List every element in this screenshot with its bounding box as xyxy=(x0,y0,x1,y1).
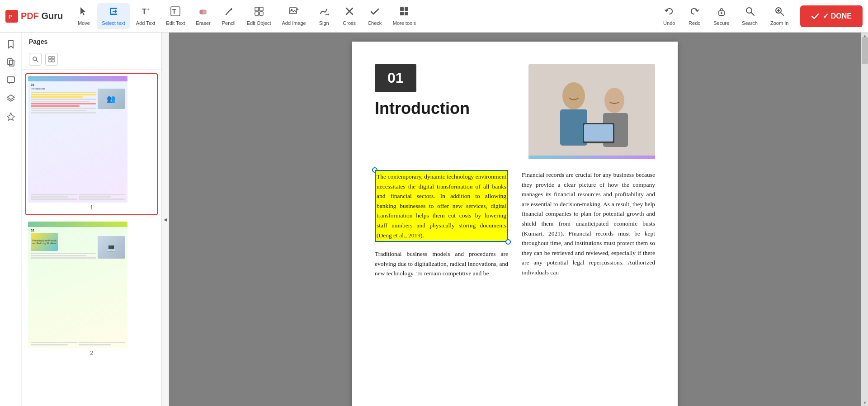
svg-text:T: T xyxy=(142,8,146,15)
selected-text-container: The contemporary, dynamic technology env… xyxy=(375,170,508,242)
content-columns: The contemporary, dynamic technology env… xyxy=(375,170,655,279)
undo-button[interactable]: Undo xyxy=(658,3,680,29)
svg-rect-40 xyxy=(8,59,12,65)
app-logo: P PDF Guru xyxy=(5,10,63,23)
scrollbar-thumb[interactable] xyxy=(862,37,868,64)
sidebar-icon-grid[interactable] xyxy=(45,53,58,66)
svg-line-14 xyxy=(226,9,231,14)
pin-icon-btn[interactable] xyxy=(3,109,19,125)
undo-label: Undo xyxy=(663,20,675,26)
left-icon-strip xyxy=(0,33,22,406)
col-left: The contemporary, dynamic technology env… xyxy=(375,170,508,279)
svg-text:P: P xyxy=(9,14,12,19)
check-label: Check xyxy=(368,20,382,26)
move-tool[interactable]: Move xyxy=(72,3,95,29)
svg-rect-20 xyxy=(259,12,263,15)
svg-rect-57 xyxy=(584,124,613,142)
comment-icon-btn[interactable] xyxy=(3,72,19,89)
svg-rect-29 xyxy=(405,7,408,11)
highlighted-paragraph: The contemporary, dynamic technology env… xyxy=(375,170,508,242)
hero-image-inner xyxy=(528,64,655,159)
add-image-tool[interactable]: + Add Image xyxy=(278,3,311,29)
zoom-in-button[interactable]: Zoom In xyxy=(766,3,793,29)
add-text-label: Add Text xyxy=(136,20,156,26)
secure-icon xyxy=(717,6,726,19)
edit-text-label: Edit Text xyxy=(166,20,185,26)
svg-rect-41 xyxy=(9,60,14,66)
pencil-label: Pencil xyxy=(222,20,236,26)
svg-rect-5 xyxy=(110,8,111,15)
svg-rect-28 xyxy=(400,7,404,11)
scrollbar-track: ▲ ▼ xyxy=(861,33,868,406)
pdf-area[interactable]: 01 Introduction xyxy=(169,33,861,406)
svg-marker-43 xyxy=(7,95,14,99)
cross-tool[interactable]: Cross xyxy=(338,3,361,29)
svg-rect-30 xyxy=(400,12,404,15)
svg-rect-31 xyxy=(405,12,408,15)
page-num-2: 2 xyxy=(28,348,155,358)
svg-point-33 xyxy=(721,12,722,14)
sign-tool[interactable]: Sign xyxy=(312,3,336,29)
svg-rect-49 xyxy=(52,60,54,62)
highlighted-text-content: The contemporary, dynamic technology env… xyxy=(377,173,506,239)
pages-list: 01 Introduction xyxy=(22,70,161,406)
search-label: Search xyxy=(742,20,758,26)
sidebar-icons xyxy=(22,49,161,70)
add-text-tool[interactable]: T + Add Text xyxy=(132,3,160,29)
select-text-tool[interactable]: Select text xyxy=(97,3,129,29)
add-image-label: Add Image xyxy=(282,20,306,26)
svg-text:+: + xyxy=(147,7,150,12)
svg-rect-46 xyxy=(49,57,51,59)
sign-icon xyxy=(319,6,329,19)
check-tool[interactable]: Check xyxy=(363,3,387,29)
search-icon xyxy=(745,6,755,19)
select-text-icon xyxy=(108,6,118,19)
more-tools-tool[interactable]: More tools xyxy=(388,3,420,29)
svg-rect-48 xyxy=(49,60,51,62)
done-label: ✓ DONE xyxy=(823,12,852,20)
add-image-icon: + xyxy=(289,6,299,19)
toolbar: P PDF Guru Move Select text T xyxy=(0,0,868,33)
bookmark-icon-btn[interactable] xyxy=(3,36,19,52)
move-icon xyxy=(79,6,89,19)
secure-button[interactable]: Secure xyxy=(709,3,734,29)
pdf-page: 01 Introduction xyxy=(352,42,678,406)
move-label: Move xyxy=(78,20,90,26)
svg-rect-51 xyxy=(528,64,655,159)
logo-text: PDF Guru xyxy=(21,11,63,21)
page-thumb-1[interactable]: 01 Introduction xyxy=(25,73,158,215)
secure-label: Secure xyxy=(713,20,729,26)
layers-icon-btn[interactable] xyxy=(3,90,19,107)
pages-icon-btn[interactable] xyxy=(3,54,19,71)
svg-rect-18 xyxy=(259,7,263,11)
sidebar-collapse[interactable]: ◀ xyxy=(162,33,169,406)
eraser-label: Eraser xyxy=(196,20,210,26)
right-scrollbar[interactable]: ▲ ▼ xyxy=(861,33,868,406)
col-right: Financial records are crucial for any bu… xyxy=(522,170,655,279)
page-thumb-2[interactable]: 02 Promoting Best Practice and Reducing … xyxy=(25,219,158,361)
edit-text-tool[interactable]: T Edit Text xyxy=(161,3,189,29)
done-button[interactable]: ✓ DONE xyxy=(800,5,863,27)
selection-handle-bottom-right[interactable] xyxy=(505,239,511,245)
svg-marker-7 xyxy=(115,9,117,13)
redo-button[interactable]: Redo xyxy=(684,3,705,29)
edit-object-label: Edit Object xyxy=(247,20,271,26)
edit-object-tool[interactable]: Edit Object xyxy=(242,3,276,29)
svg-text:T: T xyxy=(172,8,176,15)
eraser-tool[interactable]: Eraser xyxy=(191,3,215,29)
svg-line-35 xyxy=(751,13,754,15)
zoom-in-label: Zoom In xyxy=(770,20,788,26)
add-text-icon: T + xyxy=(141,6,151,19)
svg-point-44 xyxy=(33,57,37,61)
sidebar: Pages 01 Introduction xyxy=(22,33,162,406)
sidebar-header: Pages xyxy=(22,33,161,49)
main-area: Pages 01 Introduction xyxy=(0,33,868,406)
pencil-tool[interactable]: Pencil xyxy=(217,3,241,29)
logo-icon: P xyxy=(5,10,18,23)
svg-rect-42 xyxy=(7,77,14,82)
svg-marker-2 xyxy=(80,7,86,15)
search-button[interactable]: Search xyxy=(737,3,762,29)
sidebar-icon-search[interactable] xyxy=(29,53,42,66)
eraser-icon xyxy=(198,6,208,19)
select-text-label: Select text xyxy=(102,20,125,26)
